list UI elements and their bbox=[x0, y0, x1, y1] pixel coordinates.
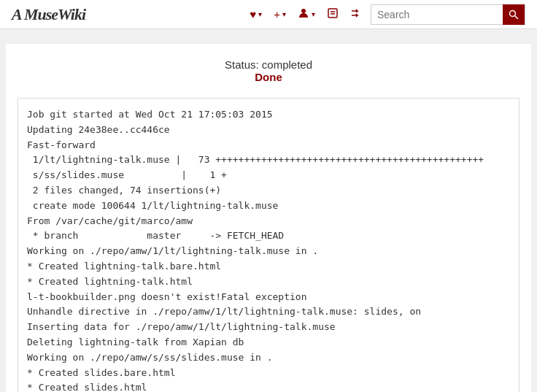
status-section: Status: completed Done bbox=[6, 44, 531, 91]
add-chevron-icon: ▾ bbox=[282, 10, 286, 18]
search-button[interactable] bbox=[503, 4, 525, 25]
add-button[interactable]: + ▾ bbox=[274, 8, 286, 20]
heart-button[interactable]: ♥ ▾ bbox=[250, 8, 262, 20]
main-content: Status: completed Done Job git started a… bbox=[6, 44, 531, 392]
status-label: Status: completed bbox=[6, 58, 531, 71]
user-chevron-icon: ▾ bbox=[312, 10, 315, 18]
svg-rect-1 bbox=[328, 9, 337, 18]
svg-point-4 bbox=[510, 10, 516, 16]
navbar: A MuseWiki ♥ ▾ + ▾ ▾ bbox=[0, 0, 537, 29]
search-icon bbox=[509, 9, 519, 20]
status-done: Done bbox=[6, 71, 531, 83]
search-input[interactable] bbox=[371, 9, 503, 20]
heart-chevron-icon: ▾ bbox=[258, 10, 262, 18]
user-button[interactable]: ▾ bbox=[298, 7, 315, 21]
user-icon bbox=[298, 7, 309, 21]
svg-line-5 bbox=[515, 15, 519, 19]
brand: A MuseWiki bbox=[12, 5, 85, 24]
plus-icon: + bbox=[274, 8, 280, 20]
brand-text: A MuseWiki bbox=[12, 5, 85, 24]
shuffle-icon bbox=[350, 7, 362, 21]
navbar-icons: ♥ ▾ + ▾ ▾ bbox=[250, 7, 362, 21]
shuffle-button[interactable] bbox=[350, 7, 362, 21]
search-form bbox=[371, 4, 525, 25]
heart-icon: ♥ bbox=[250, 8, 256, 20]
svg-point-0 bbox=[301, 9, 306, 13]
watchlist-button[interactable] bbox=[327, 7, 339, 21]
watchlist-icon bbox=[327, 7, 339, 21]
log-output: Job git started at Wed Oct 21 17:05:03 2… bbox=[18, 98, 519, 392]
